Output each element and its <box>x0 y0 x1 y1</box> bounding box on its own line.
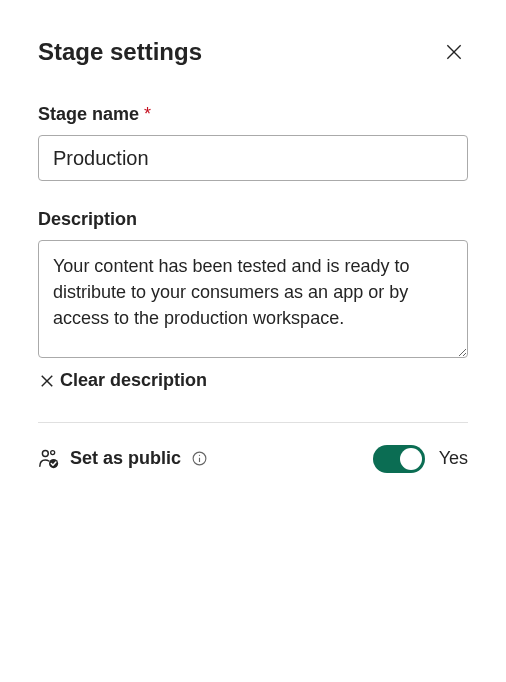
description-textarea[interactable]: Your content has been tested and is read… <box>38 240 468 358</box>
set-public-state-label: Yes <box>439 448 468 469</box>
stage-name-label: Stage name * <box>38 104 468 125</box>
set-public-right: Yes <box>373 445 468 473</box>
set-public-left: Set as public <box>38 448 208 470</box>
set-public-label: Set as public <box>70 448 181 469</box>
description-field: Description Your content has been tested… <box>38 209 468 394</box>
toggle-thumb <box>400 448 422 470</box>
set-public-toggle[interactable] <box>373 445 425 473</box>
required-indicator: * <box>144 104 151 124</box>
svg-point-9 <box>199 455 200 456</box>
panel-header: Stage settings <box>38 38 468 66</box>
info-icon[interactable] <box>191 450 208 467</box>
close-button[interactable] <box>440 38 468 66</box>
section-divider <box>38 422 468 423</box>
panel-title: Stage settings <box>38 38 202 66</box>
set-public-row: Set as public Yes <box>38 445 468 473</box>
description-label: Description <box>38 209 468 230</box>
clear-description-button[interactable]: Clear description <box>38 362 207 391</box>
svg-point-5 <box>51 450 55 454</box>
stage-settings-panel: Stage settings Stage name * Description … <box>0 0 506 511</box>
close-icon <box>444 42 464 62</box>
stage-name-input[interactable] <box>38 135 468 181</box>
stage-name-label-text: Stage name <box>38 104 139 124</box>
people-check-icon <box>38 448 60 470</box>
svg-point-4 <box>42 450 48 456</box>
clear-description-label: Clear description <box>60 370 207 391</box>
stage-name-field: Stage name * <box>38 104 468 181</box>
clear-icon <box>38 372 56 390</box>
